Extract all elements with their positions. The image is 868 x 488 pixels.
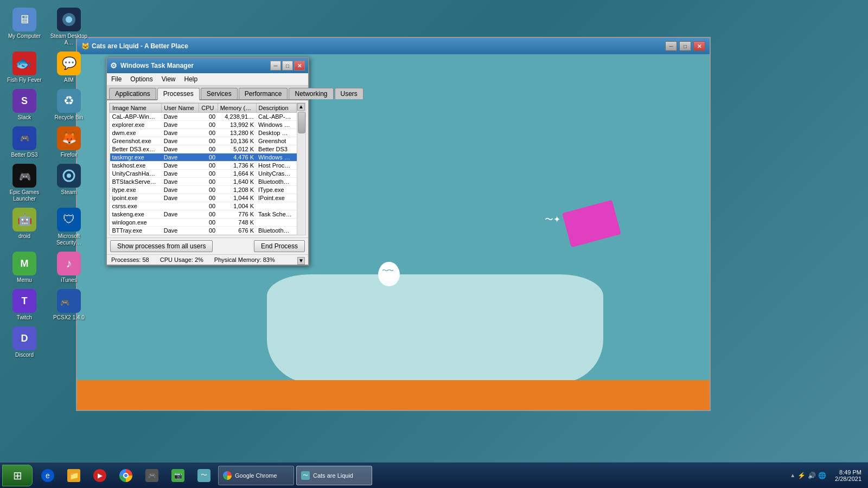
- desktop-icon-fishflyfever[interactable]: 🐟 Fish Fly Fever: [3, 49, 46, 86]
- tm-maximize-btn[interactable]: □: [282, 61, 293, 70]
- pink-block: [562, 200, 621, 247]
- tm-process-row[interactable]: taskmgr.exe Dave 00 4,476 K Windows …: [110, 153, 297, 162]
- tm-process-row[interactable]: taskhost.exe Dave 00 1,736 K Host Proc…: [110, 162, 297, 170]
- proc-desc: Host Proc…: [256, 162, 296, 170]
- controller-icon: 🎮: [145, 469, 158, 482]
- desktop-icon-discord[interactable]: D Discord: [3, 324, 46, 361]
- tm-process-row[interactable]: taskeng.exe Dave 00 776 K Task Sche…: [110, 210, 297, 219]
- tm-titlebar: ⚙ Windows Task Manager ─ □ ✕: [107, 58, 308, 73]
- tm-tab-applications[interactable]: Applications: [109, 88, 156, 99]
- tm-tab-services[interactable]: Services: [201, 88, 238, 99]
- tm-menu-options[interactable]: Options: [126, 74, 157, 84]
- tm-menu-help[interactable]: Help: [180, 74, 202, 84]
- tm-minimize-btn[interactable]: ─: [270, 61, 281, 70]
- tm-col-imagename[interactable]: Image Name: [110, 104, 162, 113]
- tm-scrollbar[interactable]: ▲ ▼: [297, 103, 305, 235]
- desktop-icon-pcsx2[interactable]: 🎮 PCSX2 1.4.0: [47, 287, 91, 323]
- desktop-icon-firefox[interactable]: 🦊 Firefox: [47, 124, 91, 160]
- tm-process-row[interactable]: Greenshot.exe Dave 00 10,136 K Greenshot: [110, 137, 297, 145]
- tray-arrow[interactable]: ▲: [790, 472, 795, 478]
- taskbar-controller-icon[interactable]: 🎮: [140, 465, 164, 486]
- desktop-icon-mssecurity[interactable]: 🛡 Microsoft Security…: [47, 206, 91, 248]
- proc-user: Dave: [162, 227, 199, 235]
- tm-process-table: Image Name User Name CPU Memory (… Descr…: [110, 103, 297, 235]
- proc-user: Dave: [162, 129, 199, 137]
- game-minimize-btn[interactable]: ─: [665, 41, 677, 51]
- clock[interactable]: 8:49 PM 2/28/2021: [831, 469, 866, 482]
- tm-process-row[interactable]: ipoint.exe Dave 00 1,044 K IPoint.exe: [110, 194, 297, 202]
- tm-process-row[interactable]: Better DS3.ex… Dave 00 5,012 K Better DS…: [110, 145, 297, 153]
- tm-process-row[interactable]: CaL-ABP-Win… Dave 00 4,238,91… CaL-ABP-…: [110, 113, 297, 121]
- proc-user: Dave: [162, 145, 199, 153]
- start-button[interactable]: ⊞: [2, 465, 33, 486]
- tm-scrollbar-thumb[interactable]: [298, 112, 305, 133]
- proc-user: Dave: [162, 137, 199, 145]
- tm-col-username[interactable]: User Name: [162, 104, 199, 113]
- desktop-icon-steam[interactable]: Steam: [47, 162, 91, 204]
- proc-name: UnityCrashHa…: [110, 170, 162, 178]
- tm-col-memory[interactable]: Memory (…: [218, 104, 256, 113]
- proc-desc: Desktop …: [256, 129, 296, 137]
- game-platform: [267, 274, 603, 383]
- proc-name: winlogon.exe: [110, 219, 162, 227]
- taskbar-chrome-icon[interactable]: [114, 465, 138, 486]
- desktop-icon-betterds3[interactable]: 🎮 Better DS3: [3, 124, 46, 160]
- tm-titlebar-controls: ─ □ ✕: [270, 61, 305, 70]
- tm-show-all-users-btn[interactable]: Show processes from all users: [110, 240, 213, 252]
- proc-user: Dave: [162, 210, 199, 219]
- taskbar-folder-icon[interactable]: 📁: [62, 465, 86, 486]
- proc-user: Dave: [162, 121, 199, 129]
- game-maximize-btn[interactable]: □: [679, 41, 691, 51]
- proc-memory: 4,238,91…: [218, 113, 256, 121]
- tm-process-row[interactable]: dwm.exe Dave 00 13,280 K Desktop …: [110, 129, 297, 137]
- tm-tabs: Applications Processes Services Performa…: [107, 86, 308, 100]
- desktop-icon-recyclebin[interactable]: ♻ Recycle Bin: [47, 87, 91, 123]
- desktop-icon-steam-desktop[interactable]: Steam Desktop A…: [47, 5, 91, 48]
- tm-process-row[interactable]: BTStackServe… Dave 00 1,640 K Bluetooth…: [110, 178, 297, 186]
- tm-menu-view[interactable]: View: [157, 74, 180, 84]
- desktop-icon-mycomputer[interactable]: 🖥 My Computer: [3, 5, 46, 48]
- desktop-icon-itunes[interactable]: ♪ iTunes: [47, 249, 91, 286]
- tm-tab-performance[interactable]: Performance: [239, 88, 288, 99]
- tm-col-desc[interactable]: Description: [256, 104, 296, 113]
- taskbar-greenshot-icon[interactable]: 📷: [166, 465, 190, 486]
- game-close-btn[interactable]: ✕: [693, 41, 705, 51]
- desktop-icon-epicgames[interactable]: 🎮 Epic Games Launcher: [3, 162, 46, 204]
- taskbar-media-icon[interactable]: ▶: [88, 465, 112, 486]
- desktop: 🐱 Cats are Liquid - A Better Place ─ □ ✕…: [0, 0, 868, 488]
- desktop-icon-slack[interactable]: S Slack: [3, 87, 46, 123]
- tm-process-row[interactable]: csrss.exe 00 1,004 K: [110, 202, 297, 210]
- tm-process-row[interactable]: winlogon.exe 00 748 K: [110, 219, 297, 227]
- tm-end-process-btn[interactable]: End Process: [254, 240, 305, 252]
- taskbar-running-cats[interactable]: 〜 Cats are Liquid: [296, 466, 372, 485]
- tm-col-cpu[interactable]: CPU: [199, 104, 218, 113]
- tm-tab-users[interactable]: Users: [335, 88, 363, 99]
- tm-menu-file[interactable]: File: [107, 74, 126, 84]
- tm-process-row[interactable]: UnityCrashHa… Dave 00 1,664 K UnityCras…: [110, 170, 297, 178]
- svg-point-13: [67, 174, 71, 178]
- proc-desc: CaL-ABP-…: [256, 113, 296, 121]
- desktop-icon-memu[interactable]: M Memu: [3, 249, 46, 286]
- game-floor: [77, 380, 710, 410]
- proc-user: [162, 202, 199, 210]
- desktop-icon-aim[interactable]: 💬 AIM: [47, 49, 91, 86]
- tm-process-row[interactable]: BTTray.exe Dave 00 676 K Bluetooth…: [110, 227, 297, 235]
- proc-cpu: 00: [199, 170, 218, 178]
- taskbar-ie-icon[interactable]: e: [36, 465, 60, 486]
- proc-desc: IType.exe: [256, 186, 296, 194]
- proc-name: ipoint.exe: [110, 194, 162, 202]
- tm-close-btn[interactable]: ✕: [294, 61, 305, 70]
- taskbar-wave-icon[interactable]: 〜: [192, 465, 216, 486]
- desktop-icon-droid[interactable]: 🤖 droid: [3, 206, 46, 248]
- tm-process-row[interactable]: itype.exe Dave 00 1,208 K IType.exe: [110, 186, 297, 194]
- tm-process-list: CaL-ABP-Win… Dave 00 4,238,91… CaL-ABP-……: [110, 113, 297, 235]
- svg-text:🎮: 🎮: [60, 298, 70, 307]
- task-manager-window[interactable]: ⚙ Windows Task Manager ─ □ ✕ File Option…: [106, 57, 309, 266]
- desktop-icon-twitch[interactable]: T Twitch: [3, 287, 46, 323]
- proc-user: Dave: [162, 186, 199, 194]
- tm-process-row[interactable]: explorer.exe Dave 00 13,992 K Windows …: [110, 121, 297, 129]
- tm-tab-networking[interactable]: Networking: [289, 88, 333, 99]
- tm-tab-processes[interactable]: Processes: [157, 88, 200, 100]
- tray-icon-1: ⚡: [797, 472, 806, 479]
- taskbar-running-chrome[interactable]: Google Chrome: [218, 466, 294, 485]
